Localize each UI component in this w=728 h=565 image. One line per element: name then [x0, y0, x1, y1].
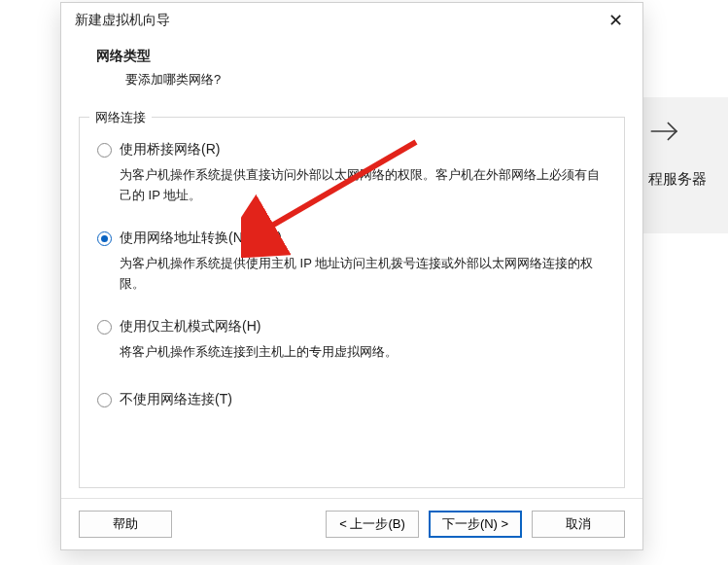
titlebar: 新建虚拟机向导 ✕ [61, 3, 642, 38]
option-nat[interactable]: 使用网络地址转换(NAT)(E) [97, 230, 607, 247]
radio-bridged-label[interactable]: 使用桥接网络(R) [120, 141, 220, 159]
help-button[interactable]: 帮助 [79, 511, 172, 538]
dialog-title: 新建虚拟机向导 [75, 12, 598, 29]
cancel-button[interactable]: 取消 [532, 511, 625, 538]
close-icon[interactable]: ✕ [598, 3, 633, 38]
option-hostonly[interactable]: 使用仅主机模式网络(H) [97, 318, 607, 335]
desc-nat: 为客户机操作系统提供使用主机 IP 地址访问主机拨号连接或外部以太网网络连接的权… [120, 253, 607, 295]
radio-hostonly[interactable] [97, 320, 112, 335]
radio-bridged[interactable] [97, 143, 112, 158]
wizard-header: 网络类型 要添加哪类网络? [61, 38, 642, 103]
wizard-dialog: 新建虚拟机向导 ✕ 网络类型 要添加哪类网络? 网络连接 使用桥接网络(R) 为… [60, 2, 643, 550]
option-bridged[interactable]: 使用桥接网络(R) [97, 141, 607, 159]
radio-none-label[interactable]: 不使用网络连接(T) [120, 391, 232, 408]
page-subheading: 要添加哪类网络? [125, 71, 619, 88]
arrow-right-icon [648, 115, 681, 151]
background-panel-label: 程服务器 [648, 170, 707, 189]
option-none[interactable]: 不使用网络连接(T) [97, 391, 607, 408]
radio-nat-label[interactable]: 使用网络地址转换(NAT)(E) [120, 230, 282, 247]
desc-hostonly: 将客户机操作系统连接到主机上的专用虚拟网络。 [120, 341, 607, 362]
page-heading: 网络类型 [96, 48, 619, 65]
next-button[interactable]: 下一步(N) > [429, 511, 522, 538]
group-legend: 网络连接 [89, 109, 152, 126]
radio-hostonly-label[interactable]: 使用仅主机模式网络(H) [120, 318, 260, 335]
radio-nat[interactable] [97, 231, 112, 246]
radio-none[interactable] [97, 393, 112, 407]
wizard-footer: 帮助 < 上一步(B) 下一步(N) > 取消 [61, 498, 642, 549]
background-panel: 程服务器 [641, 97, 728, 233]
desc-bridged: 为客户机操作系统提供直接访问外部以太网网络的权限。客户机在外部网络上必须有自己的… [120, 164, 607, 206]
network-connection-group: 网络连接 使用桥接网络(R) 为客户机操作系统提供直接访问外部以太网网络的权限。… [79, 117, 625, 488]
back-button[interactable]: < 上一步(B) [326, 511, 419, 538]
